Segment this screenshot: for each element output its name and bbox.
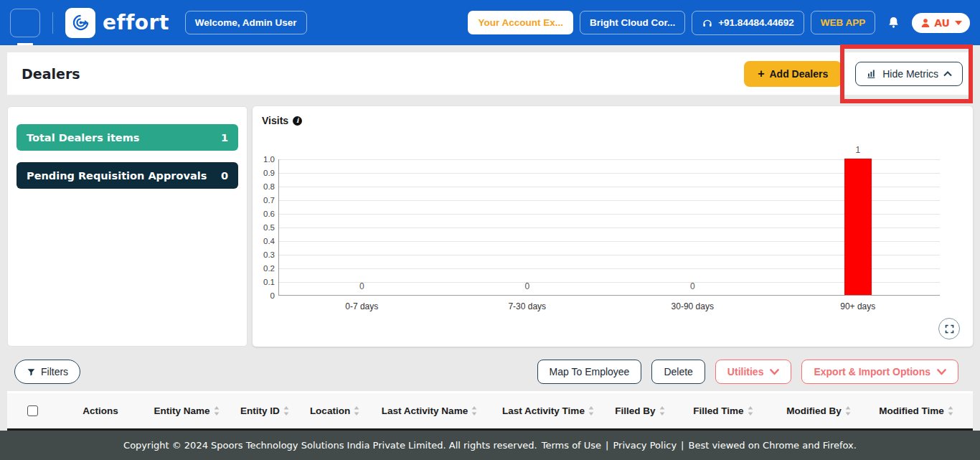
- title-actions: + Add Dealers Hide Metrics: [744, 61, 963, 87]
- column-header-last-activity-name[interactable]: Last Activity Name: [369, 405, 489, 416]
- column-header-last-activity-time[interactable]: Last Activity Time: [489, 405, 607, 416]
- headset-icon: [702, 17, 713, 29]
- bar-value-label: 1: [844, 145, 872, 155]
- metric-value: 1: [221, 132, 228, 144]
- web-app-button[interactable]: WEB APP: [811, 11, 876, 34]
- gridline: [279, 173, 940, 174]
- export-import-label: Export & Import Options: [814, 366, 930, 377]
- support-phone-label: +91.84484.44692: [718, 17, 793, 28]
- header-right-group: Your Account Ex... Bright Cloud Cor... +…: [468, 11, 970, 35]
- sort-icon[interactable]: [354, 406, 359, 416]
- copyright-text: Copyright © 2024 Spoors Technology Solut…: [123, 440, 537, 451]
- export-import-options-button[interactable]: Export & Import Options: [801, 360, 958, 384]
- sort-icon[interactable]: [659, 406, 665, 416]
- column-header-modified-by[interactable]: Modified By: [773, 405, 864, 416]
- sort-icon[interactable]: [283, 406, 289, 416]
- column-header-location[interactable]: Location: [300, 405, 369, 416]
- chart-bar[interactable]: [844, 159, 872, 295]
- column-header-filled-by[interactable]: Filled By: [607, 405, 673, 416]
- dealers-table: ActionsEntity NameEntity IDLocationLast …: [7, 391, 973, 431]
- metric-value: 0: [221, 170, 228, 182]
- y-axis-tick: 0.4: [253, 237, 275, 245]
- chevron-down-icon: [937, 369, 946, 375]
- x-axis-category-label: 30-90 days: [642, 301, 743, 311]
- metrics-list: Total Dealers items1Pending Requisition …: [17, 124, 238, 189]
- utilities-button[interactable]: Utilities: [715, 360, 792, 384]
- add-dealers-label: Add Dealers: [770, 68, 829, 80]
- support-phone-button[interactable]: +91.84484.44692: [692, 11, 804, 35]
- column-header-label: Actions: [83, 405, 118, 416]
- column-header-entity-id[interactable]: Entity ID: [230, 405, 300, 416]
- filters-button[interactable]: Filters: [14, 360, 80, 384]
- y-axis-tick: 0.9: [253, 169, 275, 177]
- map-to-employee-button[interactable]: Map To Employee: [537, 360, 642, 384]
- bar-value-label: 0: [347, 281, 376, 291]
- gridline: [279, 159, 940, 160]
- sort-icon[interactable]: [845, 406, 851, 416]
- column-header-entity-name[interactable]: Entity Name: [143, 405, 230, 416]
- sort-icon[interactable]: [948, 406, 953, 416]
- user-icon: [920, 17, 931, 29]
- column-header-actions: Actions: [57, 405, 143, 416]
- add-dealers-button[interactable]: + Add Dealers: [744, 61, 842, 87]
- gridline: [279, 187, 940, 187]
- hide-metrics-label: Hide Metrics: [882, 68, 938, 80]
- x-axis-category-label: 90+ days: [808, 301, 908, 311]
- column-header-modified-time[interactable]: Modified Time: [864, 405, 969, 416]
- funnel-icon: [27, 367, 36, 377]
- table-header-row: ActionsEntity NameEntity IDLocationLast …: [57, 405, 973, 416]
- column-header-label: Entity Name: [154, 405, 209, 416]
- app-header: effort Welcome, Admin User Your Account …: [0, 0, 980, 45]
- welcome-user-button[interactable]: Welcome, Admin User: [185, 11, 307, 34]
- gridline: [279, 255, 940, 255]
- utilities-label: Utilities: [727, 366, 764, 377]
- page-title-band: Dealers + Add Dealers Hide Metrics: [7, 52, 973, 95]
- y-axis-tick: 1.0: [253, 155, 275, 164]
- privacy-policy-link[interactable]: Privacy Policy: [613, 440, 677, 451]
- page-title: Dealers: [22, 66, 80, 82]
- chevron-down-icon: [770, 369, 779, 375]
- metric-item[interactable]: Total Dealers items1: [17, 124, 238, 151]
- metrics-panel: Total Dealers items1Pending Requisition …: [7, 106, 248, 347]
- info-icon[interactable]: i: [293, 116, 302, 126]
- x-axis-category-label: 0-7 days: [311, 301, 412, 311]
- column-header-label: Modified By: [786, 405, 842, 416]
- y-axis-tick: 0.3: [253, 250, 275, 259]
- effort-logo-icon[interactable]: [65, 8, 95, 38]
- footer-separator: |: [681, 440, 684, 451]
- notifications-bell-icon[interactable]: [887, 16, 900, 29]
- column-header-filled-time[interactable]: Filled Time: [673, 405, 773, 416]
- account-expiry-button[interactable]: Your Account Ex...: [468, 11, 573, 34]
- metric-item[interactable]: Pending Requisition Approvals0: [17, 162, 238, 189]
- page-footer: Copyright © 2024 Spoors Technology Solut…: [0, 431, 980, 460]
- column-header-label: Filled By: [615, 405, 655, 416]
- user-menu[interactable]: AU: [912, 13, 970, 33]
- y-axis-tick: 0.6: [253, 210, 275, 218]
- column-header-label: Location: [310, 405, 350, 416]
- sort-icon[interactable]: [471, 406, 477, 416]
- brand-name: effort: [103, 11, 169, 34]
- company-name-button[interactable]: Bright Cloud Cor...: [580, 11, 685, 34]
- column-header-label: Filled Time: [693, 405, 743, 416]
- delete-button[interactable]: Delete: [651, 360, 705, 384]
- gridline: [279, 282, 940, 283]
- select-all-checkbox[interactable]: [27, 405, 38, 416]
- y-axis-tick: 0.7: [253, 196, 275, 205]
- y-axis-tick: 0.2: [253, 264, 275, 273]
- user-caret-down-icon: [955, 21, 962, 25]
- gridline: [279, 214, 940, 215]
- gridline: [279, 241, 940, 242]
- sort-icon[interactable]: [214, 406, 220, 416]
- column-header-label: Entity ID: [240, 405, 280, 416]
- sort-icon[interactable]: [748, 406, 753, 416]
- hamburger-menu-button[interactable]: [10, 9, 40, 37]
- chart-title: Visits: [262, 115, 288, 126]
- bar-chart-icon: [866, 68, 877, 79]
- metric-label: Pending Requisition Approvals: [27, 170, 207, 182]
- sort-icon[interactable]: [588, 406, 594, 416]
- table-toolbar: Filters Map To Employee Delete Utilities…: [7, 359, 973, 385]
- bar-value-label: 0: [513, 281, 542, 291]
- fullscreen-button[interactable]: [938, 318, 960, 339]
- terms-of-use-link[interactable]: Terms of Use: [542, 440, 601, 451]
- hide-metrics-button[interactable]: Hide Metrics: [855, 62, 963, 86]
